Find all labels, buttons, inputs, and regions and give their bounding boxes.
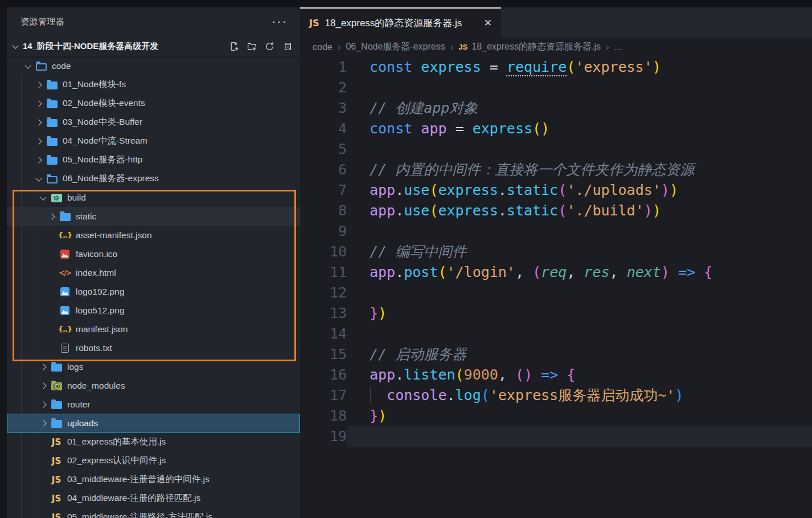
tree-item-label: 04_middleware-注册的路径匹配.js [67, 492, 200, 504]
code-line[interactable]: 13}) [300, 303, 812, 324]
chevron-down-icon[interactable] [22, 60, 34, 72]
tree-item-label: logo192.png [76, 287, 124, 297]
code-line[interactable]: 8app.use(express.static('./build')) [300, 201, 812, 221]
code-line[interactable]: 11app.post('/login', (req, res, next) =>… [300, 262, 812, 283]
line-number: 10 [300, 242, 347, 262]
workspace-name: 14_阶段十四-NODE服务器高级开发 [23, 41, 158, 52]
tree-item[interactable]: 02_Node模块-events [7, 94, 300, 113]
code-line[interactable]: 16app.listen(9000, () => { [300, 365, 812, 385]
more-actions-icon[interactable]: ··· [272, 19, 288, 25]
tree-item[interactable]: 03_Node中类-Buffer [7, 113, 300, 132]
line-number: 1 [300, 57, 347, 78]
tree-item-label: 02_express认识中间件.js [67, 455, 166, 467]
chevron-right-icon[interactable] [32, 135, 45, 148]
tree-item[interactable]: {..}asset-manifest.json [7, 226, 300, 244]
code-line[interactable]: 12 [300, 283, 812, 303]
chevron-right-icon[interactable] [37, 398, 50, 411]
collapse-all-icon[interactable] [282, 41, 292, 51]
chevron-right-icon[interactable] [32, 79, 45, 91]
chevron-right-icon[interactable] [37, 361, 50, 373]
line-number: 8 [300, 201, 347, 221]
close-icon[interactable]: ✕ [482, 16, 494, 30]
tree-item[interactable]: robots.txt [7, 338, 300, 357]
tree-item[interactable]: JS03_middleware-注册普通的中间件.js [7, 470, 300, 489]
txt-icon [58, 342, 72, 354]
chevron-down-icon[interactable] [32, 173, 45, 185]
chevron-right-icon[interactable] [37, 380, 50, 392]
code-line-content [347, 283, 812, 303]
code-line[interactable]: 6// 内置的中间件：直接将一个文件夹作为静态资源 [300, 160, 812, 180]
tree-item[interactable]: JS01_express的基本使用.js [7, 433, 300, 451]
chevron-right-icon[interactable] [37, 417, 50, 430]
tree-item[interactable]: </>index.html [7, 263, 300, 282]
image-icon [58, 305, 72, 316]
folder-icon [45, 98, 59, 109]
code-line[interactable]: 2 [300, 78, 812, 98]
code-line[interactable]: 10// 编写中间件 [300, 242, 812, 262]
code-line[interactable]: 1const express = require('express') [300, 57, 812, 78]
new-folder-icon[interactable] [247, 41, 257, 51]
chevron-separator-icon: › [450, 42, 454, 53]
code-line[interactable]: 14 [300, 324, 812, 344]
workspace-section-header[interactable]: 14_阶段十四-NODE服务器高级开发 [7, 36, 300, 56]
code-line[interactable]: 15// 启动服务器 [300, 344, 812, 365]
tree-item[interactable]: 04_Node中流-Stream [7, 132, 300, 150]
tab-active-file[interactable]: JS 18_express的静态资源服务器.js ✕ [300, 7, 501, 38]
line-number: 17 [300, 385, 347, 406]
tree-item[interactable]: JS05_middleware-注册路径-方法匹配.js [7, 508, 300, 518]
refresh-icon[interactable] [264, 41, 274, 51]
code-editor[interactable]: 1const express = require('express')23// … [300, 56, 812, 518]
js-icon: JS [50, 437, 63, 448]
code-line[interactable]: 19 [300, 426, 812, 447]
line-number: 16 [300, 365, 347, 385]
tree-item[interactable]: logo192.png [7, 282, 300, 301]
js-icon: JS [50, 455, 63, 467]
tree-item[interactable]: logs [7, 357, 300, 376]
new-file-icon[interactable] [229, 41, 239, 51]
folder-icon [50, 418, 63, 429]
tree-item[interactable]: logo512.png [7, 301, 300, 320]
tree-item[interactable]: 06_Node服务器-express [7, 169, 300, 188]
code-line-content: // 编写中间件 [347, 242, 812, 262]
breadcrumb-item[interactable]: ... [614, 42, 622, 52]
code-line[interactable]: 18}) [300, 406, 812, 426]
tree-item[interactable]: ⚙build [7, 188, 300, 207]
chevron-right-icon[interactable] [32, 154, 45, 166]
code-line-content: // 内置的中间件：直接将一个文件夹作为静态资源 [347, 160, 812, 180]
chevron-right-icon[interactable] [32, 116, 45, 129]
chevron-right-icon[interactable] [32, 97, 45, 110]
code-line[interactable]: 17 console.log('express服务器启动成功~') [300, 385, 812, 406]
breadcrumb-item[interactable]: JS18_express的静态资源服务器.js [458, 41, 601, 53]
breadcrumb-item[interactable]: code [313, 42, 333, 52]
file-tree: code01_Node模块-fs02_Node模块-events03_Node中… [7, 56, 300, 518]
tree-item[interactable]: code [7, 56, 300, 75]
chevron-down-icon[interactable] [37, 191, 50, 204]
explorer-title: 资源管理器 [20, 17, 65, 27]
line-number: 11 [300, 262, 347, 283]
tree-item[interactable]: JS02_express认识中间件.js [7, 451, 300, 470]
tree-item[interactable]: jsnode_modules [7, 376, 300, 395]
tree-item[interactable]: 01_Node模块-fs [7, 75, 300, 94]
code-line-content: const app = express() [347, 119, 812, 139]
tree-item[interactable]: JS04_middleware-注册的路径匹配.js [7, 489, 300, 508]
tree-item-label: 03_Node中类-Buffer [63, 116, 142, 128]
tree-item-label: 02_Node模块-events [63, 97, 145, 109]
code-line[interactable]: 4const app = express() [300, 119, 812, 139]
code-line-content: app.use(express.static('./uploads')) [347, 180, 812, 201]
code-line[interactable]: 7app.use(express.static('./uploads')) [300, 180, 812, 201]
code-line[interactable]: 9 [300, 221, 812, 242]
tree-item[interactable]: {..}manifest.json [7, 320, 300, 338]
tree-item-label: 05_middleware-注册路径-方法匹配.js [67, 511, 212, 518]
tree-item[interactable]: 05_Node服务器-http [7, 150, 300, 169]
code-line[interactable]: 5 [300, 139, 812, 160]
code-line[interactable]: 3// 创建app对象 [300, 98, 812, 119]
tree-item-label: node_modules [67, 381, 125, 391]
tree-item[interactable]: router [7, 395, 300, 414]
tree-item[interactable]: favicon.ico [7, 244, 300, 263]
tree-item[interactable]: uploads [7, 414, 300, 433]
tree-item-label: 01_Node模块-fs [63, 79, 126, 91]
code-line-content [347, 426, 812, 447]
chevron-right-icon[interactable] [46, 210, 58, 223]
tree-item[interactable]: static [7, 207, 300, 226]
breadcrumb-item[interactable]: 06_Node服务器-express [346, 41, 445, 53]
